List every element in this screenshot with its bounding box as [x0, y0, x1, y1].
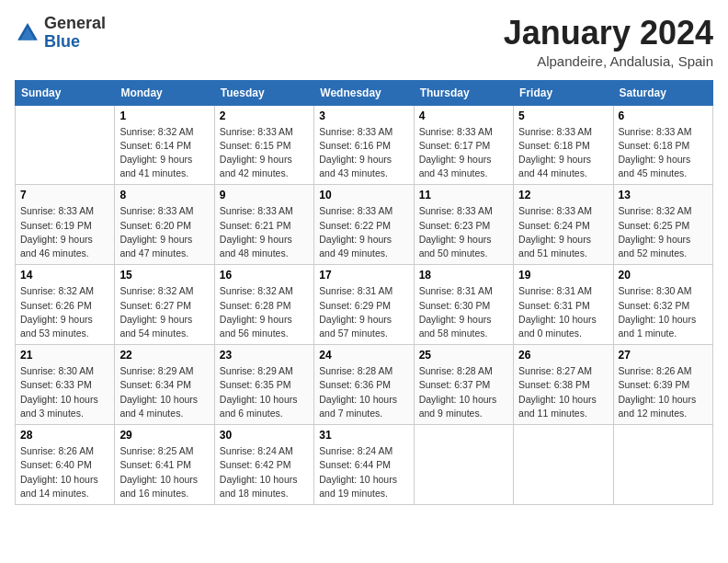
day-info: Sunrise: 8:33 AM Sunset: 6:20 PM Dayligh…	[119, 204, 209, 260]
sunset-text: Sunset: 6:18 PM	[518, 140, 590, 151]
header-thursday: Thursday	[414, 80, 513, 105]
day-number: 26	[518, 349, 608, 362]
sunset-text: Sunset: 6:38 PM	[518, 379, 590, 390]
header-monday: Monday	[115, 80, 214, 105]
day-info: Sunrise: 8:32 AM Sunset: 6:26 PM Dayligh…	[20, 284, 109, 340]
day-number: 9	[220, 189, 309, 201]
table-row: 31 Sunrise: 8:24 AM Sunset: 6:44 PM Dayl…	[314, 425, 414, 505]
daylight-text: Daylight: 9 hours and 56 minutes.	[220, 314, 292, 339]
day-number: 11	[419, 189, 508, 201]
sunset-text: Sunset: 6:24 PM	[518, 220, 590, 231]
daylight-text: Daylight: 10 hours and 3 minutes.	[20, 394, 98, 419]
sunrise-text: Sunrise: 8:28 AM	[319, 365, 392, 376]
day-info: Sunrise: 8:33 AM Sunset: 6:21 PM Dayligh…	[220, 204, 309, 260]
table-row: 24 Sunrise: 8:28 AM Sunset: 6:36 PM Dayl…	[314, 345, 414, 425]
table-row: 29 Sunrise: 8:25 AM Sunset: 6:41 PM Dayl…	[115, 425, 214, 505]
table-row	[16, 105, 115, 185]
table-row: 30 Sunrise: 8:24 AM Sunset: 6:42 PM Dayl…	[214, 425, 313, 505]
logo-icon	[15, 20, 40, 46]
day-number: 23	[220, 349, 309, 362]
sunset-text: Sunset: 6:26 PM	[20, 300, 92, 311]
sunrise-text: Sunrise: 8:30 AM	[619, 285, 692, 296]
table-row: 10 Sunrise: 8:33 AM Sunset: 6:22 PM Dayl…	[314, 185, 414, 265]
sunrise-text: Sunrise: 8:32 AM	[119, 285, 193, 296]
sunset-text: Sunset: 6:36 PM	[319, 379, 391, 390]
day-number: 16	[220, 269, 309, 282]
sunset-text: Sunset: 6:27 PM	[119, 300, 191, 311]
daylight-text: Daylight: 10 hours and 14 minutes.	[20, 474, 98, 499]
daylight-text: Daylight: 10 hours and 11 minutes.	[518, 394, 597, 419]
day-info: Sunrise: 8:32 AM Sunset: 6:14 PM Dayligh…	[119, 125, 209, 181]
sunrise-text: Sunrise: 8:26 AM	[20, 445, 94, 456]
table-row: 27 Sunrise: 8:26 AM Sunset: 6:39 PM Dayl…	[613, 345, 712, 425]
day-number: 28	[20, 429, 109, 442]
logo-text: General Blue	[44, 15, 106, 52]
sunrise-text: Sunrise: 8:31 AM	[518, 285, 592, 296]
day-number: 25	[419, 349, 508, 362]
sunset-text: Sunset: 6:40 PM	[20, 459, 92, 470]
day-number: 30	[220, 429, 309, 442]
day-number: 13	[619, 189, 708, 201]
sunrise-text: Sunrise: 8:25 AM	[119, 445, 193, 456]
day-info: Sunrise: 8:33 AM Sunset: 6:23 PM Dayligh…	[419, 204, 508, 260]
sunset-text: Sunset: 6:15 PM	[220, 140, 291, 151]
sunset-text: Sunset: 6:32 PM	[619, 300, 690, 311]
daylight-text: Daylight: 9 hours and 58 minutes.	[419, 314, 492, 339]
logo: General Blue	[15, 15, 106, 52]
sunrise-text: Sunrise: 8:33 AM	[619, 126, 692, 137]
sunrise-text: Sunrise: 8:33 AM	[319, 205, 392, 216]
sunrise-text: Sunrise: 8:33 AM	[419, 126, 493, 137]
week-row-1: 1 Sunrise: 8:32 AM Sunset: 6:14 PM Dayli…	[16, 105, 713, 185]
table-row: 25 Sunrise: 8:28 AM Sunset: 6:37 PM Dayl…	[414, 345, 513, 425]
day-info: Sunrise: 8:33 AM Sunset: 6:24 PM Dayligh…	[518, 204, 608, 260]
day-number: 6	[619, 109, 708, 122]
week-row-4: 21 Sunrise: 8:30 AM Sunset: 6:33 PM Dayl…	[16, 345, 713, 425]
daylight-text: Daylight: 10 hours and 1 minute.	[619, 314, 697, 339]
day-info: Sunrise: 8:33 AM Sunset: 6:17 PM Dayligh…	[419, 125, 508, 181]
header-friday: Friday	[514, 80, 613, 105]
table-row: 3 Sunrise: 8:33 AM Sunset: 6:16 PM Dayli…	[314, 105, 414, 185]
day-number: 20	[619, 269, 708, 282]
daylight-text: Daylight: 9 hours and 52 minutes.	[619, 234, 691, 259]
daylight-text: Daylight: 9 hours and 49 minutes.	[319, 234, 392, 259]
sunrise-text: Sunrise: 8:33 AM	[220, 205, 293, 216]
table-row: 9 Sunrise: 8:33 AM Sunset: 6:21 PM Dayli…	[214, 185, 313, 265]
table-row: 26 Sunrise: 8:27 AM Sunset: 6:38 PM Dayl…	[514, 345, 613, 425]
day-number: 17	[319, 269, 408, 282]
table-row: 23 Sunrise: 8:29 AM Sunset: 6:35 PM Dayl…	[214, 345, 313, 425]
table-row: 5 Sunrise: 8:33 AM Sunset: 6:18 PM Dayli…	[514, 105, 613, 185]
day-number: 21	[20, 349, 109, 362]
day-number: 3	[319, 109, 408, 122]
sunrise-text: Sunrise: 8:32 AM	[220, 285, 293, 296]
day-info: Sunrise: 8:29 AM Sunset: 6:35 PM Dayligh…	[220, 364, 309, 420]
day-info: Sunrise: 8:30 AM Sunset: 6:32 PM Dayligh…	[619, 284, 708, 340]
daylight-text: Daylight: 9 hours and 57 minutes.	[319, 314, 392, 339]
daylight-text: Daylight: 9 hours and 53 minutes.	[20, 314, 93, 339]
day-info: Sunrise: 8:28 AM Sunset: 6:36 PM Dayligh…	[319, 364, 408, 420]
day-info: Sunrise: 8:33 AM Sunset: 6:22 PM Dayligh…	[319, 204, 408, 260]
day-info: Sunrise: 8:26 AM Sunset: 6:39 PM Dayligh…	[619, 364, 708, 420]
sunrise-text: Sunrise: 8:33 AM	[220, 126, 293, 137]
sunrise-text: Sunrise: 8:29 AM	[119, 365, 193, 376]
day-info: Sunrise: 8:26 AM Sunset: 6:40 PM Dayligh…	[20, 444, 109, 500]
logo-blue: Blue	[44, 32, 80, 51]
daylight-text: Daylight: 9 hours and 54 minutes.	[119, 314, 192, 339]
daylight-text: Daylight: 10 hours and 9 minutes.	[419, 394, 497, 419]
week-row-2: 7 Sunrise: 8:33 AM Sunset: 6:19 PM Dayli…	[16, 185, 713, 265]
sunset-text: Sunset: 6:30 PM	[419, 300, 491, 311]
sunset-text: Sunset: 6:39 PM	[619, 379, 690, 390]
day-number: 19	[518, 269, 608, 282]
sunset-text: Sunset: 6:33 PM	[20, 379, 92, 390]
month-title: January 2024	[504, 15, 713, 52]
day-info: Sunrise: 8:32 AM Sunset: 6:28 PM Dayligh…	[220, 284, 309, 340]
daylight-text: Daylight: 9 hours and 50 minutes.	[419, 234, 492, 259]
table-row: 12 Sunrise: 8:33 AM Sunset: 6:24 PM Dayl…	[514, 185, 613, 265]
day-number: 10	[319, 189, 408, 201]
sunset-text: Sunset: 6:16 PM	[319, 140, 391, 151]
day-info: Sunrise: 8:33 AM Sunset: 6:18 PM Dayligh…	[619, 125, 708, 181]
sunset-text: Sunset: 6:17 PM	[419, 140, 491, 151]
day-info: Sunrise: 8:30 AM Sunset: 6:33 PM Dayligh…	[20, 364, 109, 420]
daylight-text: Daylight: 9 hours and 48 minutes.	[220, 234, 292, 259]
sunset-text: Sunset: 6:22 PM	[319, 220, 391, 231]
sunrise-text: Sunrise: 8:33 AM	[119, 205, 193, 216]
